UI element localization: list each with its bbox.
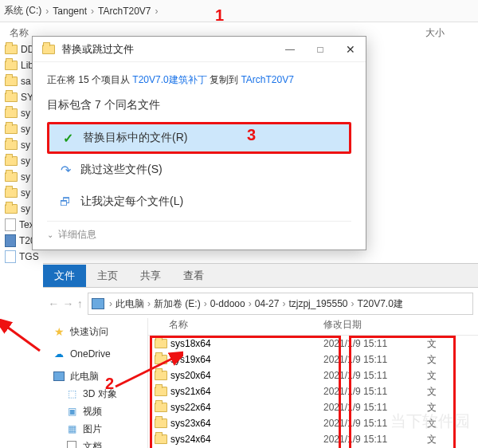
replace-option[interactable]: ✓ 替换目标中的文件(R) — [47, 122, 351, 154]
sidebar: ★快速访问 ☁OneDrive 此电脑 ⬚3D 对象 ▣视频 ▦图片 文档 — [43, 318, 148, 448]
dialog-message: 正在将 15 个项目从 T20V7.0建筑补丁 复制到 TArchT20V7 — [47, 73, 351, 87]
col-name-header[interactable]: 名称 — [148, 318, 323, 335]
file-list-header: 名称 修改日期 — [148, 318, 478, 336]
crumb-part[interactable]: 0-ddooo — [209, 298, 247, 309]
list-item[interactable]: DD — [0, 41, 32, 57]
list-item[interactable]: Lib — [0, 57, 32, 73]
chevron-right-icon: › — [89, 6, 96, 17]
dialog-titlebar[interactable]: 替换或跳过文件 — □ ✕ — [33, 37, 366, 62]
explorer-window-secondary: 文件 主页 共享 查看 ← → ↑ › 此电脑› 新加卷 (E:)› 0-ddo… — [43, 263, 478, 448]
close-button[interactable]: ✕ — [335, 37, 366, 62]
dest-link[interactable]: TArchT20V7 — [241, 74, 293, 85]
replace-option-label: 替换目标中的文件(R) — [83, 131, 187, 145]
folder-icon — [5, 172, 18, 182]
list-item[interactable]: sy — [0, 121, 32, 137]
crumb-part[interactable]: T20V7.0建 — [355, 297, 404, 311]
forward-button[interactable]: → — [62, 297, 73, 310]
breadcrumb-main[interactable]: 系统 (C:) › Tangent › TArchT20V7 › — [0, 0, 478, 22]
col-date-header[interactable]: 修改日期 — [323, 318, 427, 335]
folder-icon — [5, 77, 18, 86]
folder-icon — [5, 140, 18, 150]
chevron-right-icon: › — [146, 298, 152, 309]
list-item[interactable]: sy — [0, 185, 32, 201]
table-row[interactable]: sys24x642021/1/9 15:11文 — [148, 431, 478, 447]
crumb-part[interactable]: tzjzpj_195550 — [287, 298, 349, 309]
decide-option-label: 让我决定每个文件(L) — [80, 195, 183, 209]
list-item[interactable]: sy — [0, 201, 32, 217]
breadcrumb-secondary[interactable]: › 此电脑› 新加卷 (E:)› 0-ddooo› 04-27› tzjzpj_… — [88, 293, 473, 315]
cube-icon: ⬚ — [65, 387, 78, 400]
folder-icon — [42, 45, 55, 54]
chevron-right-icon: › — [202, 298, 209, 309]
nav-buttons: ← → ↑ — [46, 293, 84, 315]
crumb-part[interactable]: 系统 (C:) — [2, 4, 44, 18]
chevron-right-icon: › — [349, 298, 355, 309]
table-row[interactable]: sys18x642021/1/9 15:11文 — [148, 336, 478, 352]
ribbon-tabs: 文件 主页 共享 查看 — [43, 264, 478, 288]
sidebar-item-3dobjects[interactable]: ⬚3D 对象 — [43, 385, 147, 403]
maximize-button[interactable]: □ — [305, 37, 335, 62]
skip-icon: ↷ — [58, 163, 72, 177]
tab-view[interactable]: 查看 — [172, 265, 215, 287]
star-icon: ★ — [53, 325, 65, 338]
minimize-button[interactable]: — — [275, 37, 305, 62]
list-item[interactable]: sy — [0, 153, 32, 169]
svg-line-0 — [5, 325, 40, 351]
folder-list-main: DD Lib sa SY sy sy sy sy sy sy sy Tex T2… — [0, 41, 32, 265]
text-file-icon — [5, 218, 16, 231]
pc-icon — [92, 298, 104, 309]
tab-file[interactable]: 文件 — [43, 265, 86, 287]
source-link[interactable]: T20V7.0建筑补丁 — [132, 74, 206, 85]
cloud-icon: ☁ — [53, 348, 65, 360]
reg-file-icon — [5, 234, 16, 247]
list-item[interactable]: sy — [0, 105, 32, 121]
back-button[interactable]: ← — [48, 297, 59, 310]
folder-icon — [5, 156, 18, 166]
list-item[interactable]: Tex — [0, 217, 32, 233]
folder-icon — [5, 45, 18, 54]
list-item[interactable]: sy — [0, 169, 32, 185]
sidebar-item-pictures[interactable]: ▦图片 — [43, 420, 147, 438]
crumb-part[interactable]: Tangent — [50, 6, 89, 17]
col-size-header[interactable]: 大小 — [425, 26, 445, 40]
col-name-header[interactable]: 名称 — [10, 26, 29, 40]
sidebar-item-onedrive[interactable]: ☁OneDrive — [43, 345, 147, 363]
table-row[interactable]: sys23x642021/1/9 15:11文 — [148, 415, 478, 431]
folder-icon — [5, 61, 18, 70]
table-row[interactable]: sys20x642021/1/9 15:11文 — [148, 367, 478, 383]
replace-skip-dialog: 替换或跳过文件 — □ ✕ 正在将 15 个项目从 T20V7.0建筑补丁 复制… — [32, 36, 366, 250]
details-label: 详细信息 — [58, 228, 96, 242]
skip-option[interactable]: ↷ 跳过这些文件(S) — [47, 154, 351, 186]
sidebar-item-quickaccess[interactable]: ★快速访问 — [43, 323, 147, 340]
list-item[interactable]: SY — [0, 89, 32, 105]
chevron-right-icon: › — [108, 298, 114, 309]
list-item[interactable]: sy — [0, 137, 32, 153]
folder-icon — [155, 371, 167, 380]
folder-icon — [5, 188, 18, 198]
sidebar-item-videos[interactable]: ▣视频 — [43, 403, 147, 420]
folder-icon — [155, 355, 167, 364]
tab-home[interactable]: 主页 — [86, 265, 129, 287]
crumb-part[interactable]: TArchT20V7 — [96, 6, 153, 17]
decide-option[interactable]: 🗗 让我决定每个文件(L) — [47, 186, 351, 218]
document-icon — [65, 440, 78, 448]
list-item[interactable]: T20 — [0, 233, 32, 249]
check-icon: ✓ — [61, 131, 75, 145]
table-row[interactable]: sys21x642021/1/9 15:11文 — [148, 383, 478, 399]
dialog-title: 替换或跳过文件 — [61, 42, 275, 57]
chevron-right-icon: › — [280, 298, 287, 309]
details-toggle[interactable]: ⌄ 详细信息 — [47, 221, 351, 242]
folder-icon — [155, 339, 167, 348]
table-row[interactable]: sys19x642021/1/9 15:11文 — [148, 352, 478, 367]
up-button[interactable]: ↑ — [77, 297, 83, 310]
list-item[interactable]: sa — [0, 73, 32, 89]
crumb-part[interactable]: 04-27 — [253, 298, 281, 309]
sidebar-item-documents[interactable]: 文档 — [43, 438, 147, 448]
crumb-part[interactable]: 新加卷 (E:) — [152, 297, 202, 311]
sidebar-item-thispc[interactable]: 此电脑 — [43, 367, 147, 385]
arrow-icon — [0, 319, 48, 359]
crumb-part[interactable]: 此电脑 — [114, 297, 146, 311]
table-row[interactable]: sys22x642021/1/9 15:11文 — [148, 399, 478, 415]
list-item[interactable]: TGS — [0, 249, 32, 265]
tab-share[interactable]: 共享 — [129, 265, 172, 287]
